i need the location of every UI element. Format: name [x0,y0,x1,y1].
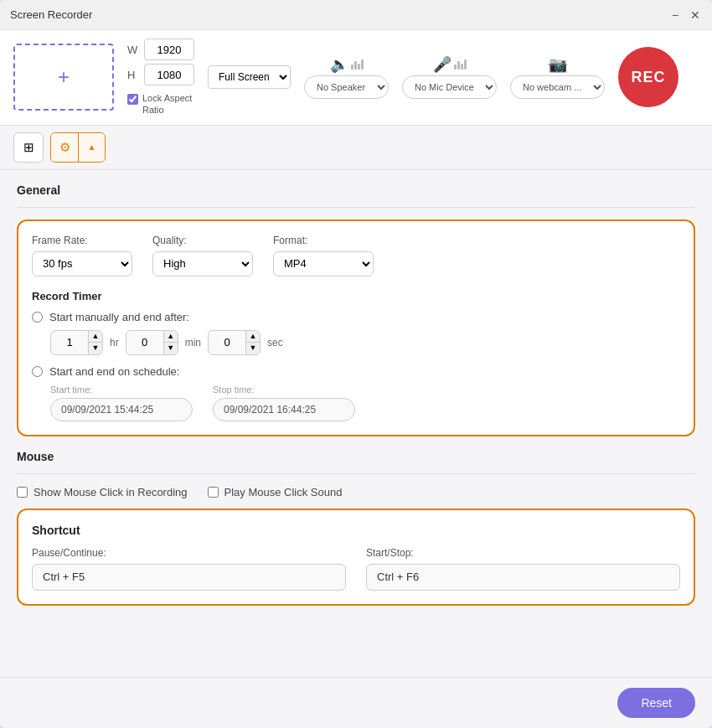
format-select[interactable]: MP4 AVI MOV [273,251,374,276]
mouse-section-title: Mouse [17,450,695,463]
mic-icon-row: 🎤 [433,55,467,74]
quality-label: Quality: [152,235,253,246]
minimize-button[interactable]: − [668,8,682,22]
general-settings-box: Frame Rate: 30 fps 60 fps 24 fps Quality… [17,219,695,436]
reset-button[interactable]: Reset [617,688,695,718]
mic-device: 🎤 No Mic Device [402,55,497,99]
quality-select[interactable]: High Medium Low [152,251,253,276]
hr-up-btn[interactable]: ▲ [89,331,102,343]
mic-select[interactable]: No Mic Device [402,75,497,99]
capture-plus-icon: + [58,65,70,89]
title-bar-controls: − ✕ [668,8,702,22]
content-area: General Frame Rate: 30 fps 60 fps 24 fps… [0,170,712,677]
hr-input-group: ▲ ▼ [50,330,103,355]
speaker-select[interactable]: No Speaker [304,75,389,99]
radio-row-1: Start manually and end after: [32,311,680,323]
general-divider [17,207,695,208]
frame-rate-field: Frame Rate: 30 fps 60 fps 24 fps [32,235,132,276]
format-label: Format: [273,235,374,246]
close-button[interactable]: ✕ [689,8,702,22]
bar2 [354,61,357,70]
bar4 [464,59,467,70]
lock-ratio-row: Lock AspectRatio [127,92,194,116]
speaker-icon-row: 🔈 [330,55,364,74]
radio-row-2: Start and end on schedule: [32,365,680,378]
footer-row: Reset [0,677,712,728]
sec-input-group: ▲ ▼ [208,330,261,355]
bar3 [358,64,360,70]
sec-input[interactable] [209,331,245,354]
sec-unit: sec [267,337,283,349]
webcam-select[interactable]: No webcam ... [510,75,605,99]
layout-icon: ⊞ [23,140,34,155]
time-inputs-row: ▲ ▼ hr ▲ ▼ min ▲ ▼ [50,330,680,355]
play-sound-checkbox[interactable] [208,487,219,498]
hr-down-btn[interactable]: ▼ [89,343,102,354]
height-input[interactable] [144,64,194,85]
lock-ratio-label: Lock AspectRatio [142,92,192,116]
bar3 [461,64,463,70]
play-sound-label: Play Mouse Click Sound [224,486,343,498]
schedule-row: Start time: Stop time: [50,385,680,421]
hr-input[interactable] [51,331,88,354]
min-input[interactable] [126,331,163,354]
pause-input[interactable] [32,564,346,591]
frame-rate-select[interactable]: 30 fps 60 fps 24 fps [32,251,132,276]
lock-ratio-checkbox[interactable] [127,94,138,105]
title-bar: Screen Recorder − ✕ [0,0,712,30]
shortcut-grid: Pause/Continue: Start/Stop: [32,547,680,591]
width-label: W [127,44,139,56]
start-stop-label: Start/Stop: [366,547,680,559]
webcam-icon: 📷 [549,55,567,74]
timer-manual-radio[interactable] [32,312,43,323]
sec-spinners: ▲ ▼ [245,331,260,354]
settings-button[interactable]: ⚙ [51,133,78,162]
settings-btn-group: ⚙ ▲ [50,132,106,163]
min-spinners: ▲ ▼ [163,331,178,354]
stop-time-input[interactable] [213,398,355,421]
capture-area[interactable]: + [13,44,114,111]
bar4 [361,59,364,70]
sec-down-btn[interactable]: ▼ [246,343,260,354]
mouse-section: Mouse Show Mouse Click in Recording Play… [17,450,695,498]
pause-label: Pause/Continue: [32,547,346,559]
record-timer-title: Record Timer [32,290,680,302]
min-down-btn[interactable]: ▼ [164,343,178,354]
mic-icon: 🎤 [433,55,451,74]
speaker-bars [351,59,364,70]
layout-button[interactable]: ⊞ [13,132,44,163]
rec-button[interactable]: REC [618,47,678,107]
webcam-icon-row: 📷 [549,55,567,74]
screen-select[interactable]: Full Screen [208,65,291,89]
frame-rate-label: Frame Rate: [32,235,132,246]
mouse-checkboxes: Show Mouse Click in Recording Play Mouse… [17,486,695,498]
height-label: H [127,69,139,81]
mouse-divider [17,473,695,474]
toolbar-row: ⊞ ⚙ ▲ [0,126,712,170]
hr-unit: hr [110,337,119,349]
stop-time-field: Stop time: [213,385,355,421]
show-click-label: Show Mouse Click in Recording [34,486,188,498]
shortcut-section: Shortcut Pause/Continue: Start/Stop: [17,509,695,606]
main-window: Screen Recorder − ✕ + W H Lock AspectRat… [0,0,712,728]
width-row: W [127,39,194,60]
hr-spinners: ▲ ▼ [88,331,102,354]
start-time-input[interactable] [50,398,193,421]
shortcut-box: Shortcut Pause/Continue: Start/Stop: [17,509,695,606]
bar1 [351,65,353,70]
dimensions-block: W H Lock AspectRatio [127,39,194,116]
settings-row: Frame Rate: 30 fps 60 fps 24 fps Quality… [32,235,680,276]
shortcut-section-title: Shortcut [32,524,680,537]
start-stop-input[interactable] [366,564,680,591]
webcam-device: 📷 No webcam ... [510,55,605,99]
show-click-checkbox[interactable] [17,487,28,498]
width-input[interactable] [144,39,194,60]
min-input-group: ▲ ▼ [126,330,178,355]
sec-up-btn[interactable]: ▲ [246,331,260,343]
timer-manual-label: Start manually and end after: [49,311,189,323]
start-stop-field: Start/Stop: [366,547,680,591]
settings-chevron-button[interactable]: ▲ [78,133,105,162]
timer-schedule-radio[interactable] [32,366,43,377]
min-up-btn[interactable]: ▲ [164,331,178,343]
settings-icon: ⚙ [59,140,70,155]
